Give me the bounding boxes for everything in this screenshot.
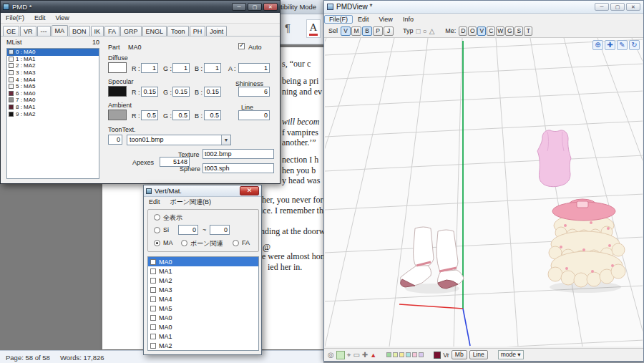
radio-si[interactable] bbox=[154, 227, 160, 233]
square-icon[interactable]: □ bbox=[416, 27, 421, 35]
vertmat-item-checkbox[interactable] bbox=[150, 287, 156, 293]
sel-b-button[interactable]: B bbox=[362, 26, 372, 36]
mlist-item[interactable]: 2 : MA2 bbox=[7, 62, 99, 69]
maximize-button[interactable]: ▢ bbox=[248, 3, 262, 11]
vertmat-item-checkbox[interactable] bbox=[150, 324, 156, 330]
menu-edit[interactable]: Edit bbox=[353, 15, 374, 24]
diffuse-a-field[interactable]: 1 bbox=[238, 63, 270, 73]
diffuse-r-field[interactable]: 1 bbox=[141, 63, 158, 73]
me-d-button[interactable]: D bbox=[459, 26, 467, 36]
viewport-3d[interactable]: ⊕✚✎↻ bbox=[325, 38, 643, 347]
palette-swatch[interactable] bbox=[419, 352, 424, 357]
tab-vr[interactable]: VR bbox=[20, 26, 36, 36]
diffuse-b-field[interactable]: 1 bbox=[204, 63, 221, 73]
me-s-button[interactable]: S bbox=[514, 26, 523, 36]
vertmat-item-checkbox[interactable] bbox=[150, 343, 156, 349]
mlist-item[interactable]: 1 : MA1 bbox=[7, 56, 99, 63]
vertmat-item-checkbox[interactable] bbox=[150, 315, 156, 321]
menu-bone-related[interactable]: ボーン関連(B) bbox=[165, 197, 216, 208]
line-button[interactable]: Line bbox=[469, 350, 488, 359]
tab-ph[interactable]: PH bbox=[190, 26, 206, 36]
toon-dropdown[interactable]: toon01.bmp▼ bbox=[127, 135, 231, 145]
tab-sep[interactable]: --- bbox=[37, 26, 51, 36]
mlist-item[interactable]: 6 : MA0 bbox=[7, 90, 99, 97]
vertmat-item-checkbox[interactable] bbox=[150, 306, 156, 311]
maximize-button[interactable]: ▢ bbox=[610, 3, 625, 11]
pmd-titlebar[interactable]: PMD * ─ ▢ ✕ bbox=[1, 1, 280, 13]
radio-ma[interactable] bbox=[154, 240, 160, 246]
diffuse-g-field[interactable]: 1 bbox=[172, 63, 190, 73]
vertmat-item-checkbox[interactable] bbox=[150, 259, 156, 265]
specular-r-field[interactable]: 0.15 bbox=[141, 87, 158, 97]
texture-field[interactable]: t002.bmp bbox=[203, 149, 274, 159]
me-t-button[interactable]: T bbox=[524, 26, 532, 36]
close-button[interactable]: ✕ bbox=[626, 3, 640, 11]
mlist-item[interactable]: 0 : MA0 bbox=[7, 49, 99, 56]
me-g-button[interactable]: G bbox=[505, 26, 514, 36]
vertmat-item[interactable]: MA0 bbox=[148, 313, 258, 322]
sel-p-button[interactable]: P bbox=[373, 26, 383, 36]
diffuse-color-swatch[interactable] bbox=[108, 62, 127, 73]
palette-swatch[interactable] bbox=[412, 352, 417, 357]
circle-icon[interactable]: ○ bbox=[423, 27, 427, 35]
vertmat-item[interactable]: MA2 bbox=[148, 341, 258, 350]
specular-b-field[interactable]: 0.15 bbox=[204, 87, 221, 97]
menu-info[interactable]: Info bbox=[398, 15, 419, 24]
highlight-color-swatch[interactable] bbox=[336, 351, 345, 359]
vertmat-item[interactable]: MA4 bbox=[148, 294, 258, 304]
select-move-icon[interactable]: ⊕ bbox=[592, 40, 603, 50]
specular-g-field[interactable]: 0.15 bbox=[172, 87, 190, 97]
vertmat-item-checkbox[interactable] bbox=[150, 268, 156, 274]
ambient-r-field[interactable]: 0.5 bbox=[141, 110, 158, 120]
minimize-button[interactable]: ─ bbox=[595, 3, 609, 11]
triangle-icon[interactable]: △ bbox=[429, 27, 435, 35]
si-from-field[interactable]: 0 bbox=[178, 225, 198, 235]
tab-grp[interactable]: GRP bbox=[120, 26, 142, 36]
line-field[interactable]: 0 bbox=[238, 110, 270, 120]
tab-ma[interactable]: MA bbox=[52, 25, 69, 37]
specular-color-swatch[interactable] bbox=[108, 86, 127, 97]
tab-toon[interactable]: Toon bbox=[167, 26, 189, 36]
move-icon[interactable]: ✚ bbox=[605, 40, 615, 50]
vertmat-item[interactable]: MA5 bbox=[148, 304, 258, 313]
sel-v-button[interactable]: V bbox=[341, 26, 351, 36]
page-count[interactable]: Page: 58 of 58 bbox=[6, 354, 50, 362]
menu-edit[interactable]: Edit bbox=[144, 198, 165, 206]
mlist-item[interactable]: 3 : MA3 bbox=[7, 69, 99, 77]
word-count[interactable]: Words: 17,826 bbox=[60, 354, 104, 362]
palette-swatch[interactable] bbox=[386, 352, 391, 357]
radio-bone[interactable] bbox=[181, 240, 187, 246]
palette-swatch[interactable] bbox=[406, 352, 411, 357]
vertmat-item[interactable]: MA0 bbox=[148, 322, 258, 331]
tab-joint[interactable]: Joint bbox=[206, 26, 227, 36]
ambient-color-swatch[interactable] bbox=[108, 110, 127, 120]
pen-icon[interactable]: ✎ bbox=[617, 40, 628, 50]
menu-file[interactable]: File(F) bbox=[324, 15, 353, 24]
rect-icon[interactable]: ▭ bbox=[353, 350, 359, 360]
me-w-button[interactable]: W bbox=[496, 26, 504, 36]
menu-edit[interactable]: Edit bbox=[29, 14, 51, 22]
si-to-field[interactable]: 0 bbox=[210, 225, 230, 235]
plus-icon[interactable]: ✚ bbox=[362, 350, 368, 360]
triangle-marker-icon[interactable]: ▲ bbox=[370, 350, 376, 360]
rotate-icon[interactable]: ↻ bbox=[629, 40, 640, 50]
me-c-button[interactable]: C bbox=[487, 26, 495, 36]
shininess-field[interactable]: 6 bbox=[238, 87, 270, 97]
model-boots[interactable] bbox=[401, 227, 464, 289]
mlist-listbox[interactable]: 0 : MA01 : MA12 : MA23 : MA34 : MA45 : M… bbox=[6, 48, 99, 179]
close-button[interactable]: ✕ bbox=[240, 186, 259, 195]
ambient-b-field[interactable]: 0.5 bbox=[204, 110, 221, 120]
palette-swatch[interactable] bbox=[393, 352, 398, 357]
font-color-icon[interactable]: A bbox=[306, 19, 321, 38]
me-o-button[interactable]: O bbox=[468, 26, 477, 36]
minimize-button[interactable]: ─ bbox=[232, 3, 246, 11]
vertmat-item-checkbox[interactable] bbox=[150, 334, 156, 339]
mode-dropdown[interactable]: mode ▾ bbox=[498, 350, 524, 359]
vertmat-item[interactable]: MA2 bbox=[148, 276, 258, 285]
mlist-item[interactable]: 5 : MA5 bbox=[7, 83, 99, 90]
tab-bon[interactable]: BON bbox=[69, 26, 90, 36]
close-button[interactable]: ✕ bbox=[263, 3, 278, 11]
mlist-item[interactable]: 4 : MA4 bbox=[7, 76, 99, 83]
model-skirt[interactable] bbox=[548, 199, 625, 287]
tab-fa[interactable]: FA bbox=[104, 26, 119, 36]
